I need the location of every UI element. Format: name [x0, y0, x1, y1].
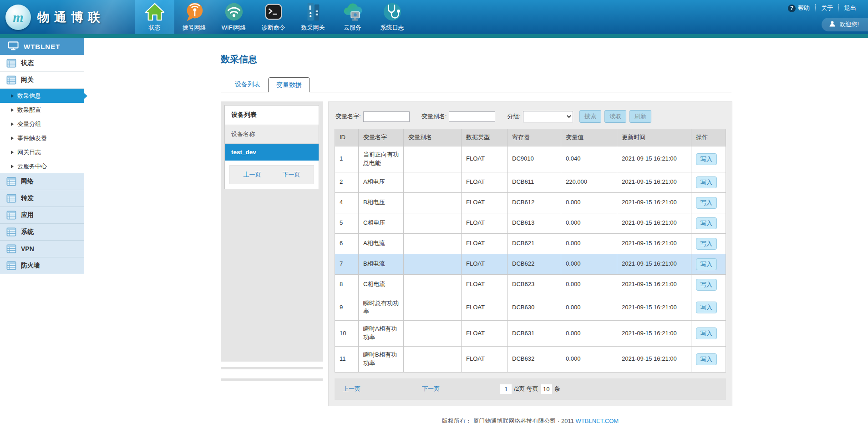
write-button[interactable]: 写入 — [696, 197, 717, 209]
group-select[interactable] — [523, 111, 573, 122]
cell-updated: 2021-09-15 16:21:00 — [617, 146, 691, 172]
nav-item-system-log[interactable]: 系统日志 — [372, 0, 412, 34]
write-button[interactable]: 写入 — [696, 258, 717, 270]
read-button[interactable]: 读取 — [604, 110, 626, 123]
sidebar-item-status[interactable]: 状态 — [0, 55, 84, 72]
write-button[interactable]: 写入 — [696, 279, 717, 291]
submenu-item-variable-group[interactable]: 变量分组 — [0, 117, 84, 131]
write-button[interactable]: 写入 — [696, 238, 717, 250]
cell-register: DCB631 — [508, 321, 561, 347]
table-row-selected[interactable]: 7 B相电流 FLOAT DCB622 0.000 2021-09-15 16:… — [335, 254, 726, 274]
next-page-link[interactable]: 下一页 — [422, 385, 440, 393]
help-icon: ? — [788, 5, 796, 12]
home-icon — [144, 1, 165, 22]
device-next-page-link[interactable]: 下一页 — [283, 171, 300, 179]
device-list-pagination: 上一页 下一页 — [229, 165, 314, 184]
write-button[interactable]: 写入 — [696, 217, 717, 229]
table-pagination: 上一页 下一页 /2页 每页 条 — [335, 378, 726, 400]
help-label: 帮助 — [798, 4, 810, 12]
nav-item-wifi-network[interactable]: WIFI网络 — [214, 0, 254, 34]
nav-item-diagnostic-command[interactable]: 诊断命令 — [254, 0, 293, 34]
header-links: ? 帮助 关于 退出 — [782, 4, 862, 12]
table-row[interactable]: 8 C相电流 FLOAT DCB623 0.000 2021-09-15 16:… — [335, 274, 726, 295]
cell-alias — [404, 233, 462, 254]
terminal-icon — [263, 1, 284, 22]
table-row[interactable]: 9 瞬时总有功功率 FLOAT DCB630 0.000 2021-09-15 … — [335, 295, 726, 321]
device-row-test-dev[interactable]: test_dev — [225, 144, 319, 161]
cell-value: 0.000 — [561, 321, 617, 347]
divider — [221, 378, 323, 381]
nav-label: 状态 — [149, 24, 161, 32]
sidebar-item-system[interactable]: 系统 — [0, 224, 84, 241]
logout-link[interactable]: 退出 — [838, 4, 862, 12]
nav-label: 系统日志 — [381, 24, 404, 32]
dialup-icon — [184, 1, 205, 22]
cell-action: 写入 — [691, 254, 726, 274]
write-button[interactable]: 写入 — [696, 176, 717, 188]
cell-alias — [404, 172, 462, 192]
main-menu: 状态 拨号网络 WIFI网络 诊断命令 数采网关 — [135, 0, 412, 34]
col-header-type: 数据类型 — [462, 129, 508, 146]
submenu-item-event-trigger[interactable]: 事件触发器 — [0, 131, 84, 145]
variable-alias-label: 变量别名: — [421, 112, 447, 121]
submenu-label: 事件触发器 — [17, 134, 47, 142]
sidebar-item-application[interactable]: 应用 — [0, 207, 84, 224]
cell-name: 瞬时B相有功功率 — [359, 346, 404, 372]
table-row[interactable]: 1 当前正向有功总电能 FLOAT DC9010 0.040 2021-09-1… — [335, 146, 726, 172]
help-link[interactable]: ? 帮助 — [782, 4, 815, 12]
table-row[interactable]: 4 B相电压 FLOAT DCB612 0.000 2021-09-15 16:… — [335, 192, 726, 213]
tab-variable-data[interactable]: 变量数据 — [268, 77, 310, 92]
variable-name-input[interactable] — [363, 111, 410, 122]
sidebar-item-network[interactable]: 网络 — [0, 173, 84, 190]
page-number-input[interactable] — [500, 384, 512, 394]
cell-register: DCB611 — [508, 172, 561, 192]
write-button[interactable]: 写入 — [696, 327, 717, 339]
nav-item-status[interactable]: 状态 — [135, 0, 174, 34]
sidebar-item-firewall[interactable]: 防火墙 — [0, 257, 84, 274]
nav-item-cloud-service[interactable]: 云服务 — [333, 0, 372, 34]
submenu-item-gateway-log[interactable]: 网关日志 — [0, 145, 84, 159]
caret-right-icon — [11, 136, 14, 140]
cell-updated: 2021-09-15 16:21:00 — [617, 233, 691, 254]
device-prev-page-link[interactable]: 上一页 — [244, 171, 261, 179]
logout-label: 退出 — [844, 4, 856, 12]
search-button[interactable]: 搜索 — [579, 110, 601, 123]
caret-right-icon — [11, 94, 14, 98]
user-icon — [829, 20, 836, 29]
caret-right-icon — [11, 122, 14, 126]
submenu-item-data-collection-info[interactable]: 数采信息 — [0, 89, 84, 103]
cell-register: DCB613 — [508, 213, 561, 233]
write-button[interactable]: 写入 — [696, 353, 717, 365]
cell-type: FLOAT — [462, 254, 508, 274]
about-link[interactable]: 关于 — [815, 4, 838, 12]
table-row[interactable]: 10 瞬时A相有功功率 FLOAT DCB631 0.000 2021-09-1… — [335, 321, 726, 347]
table-row[interactable]: 5 C相电压 FLOAT DCB613 0.000 2021-09-15 16:… — [335, 213, 726, 233]
page-size-input[interactable] — [541, 384, 552, 394]
table-row[interactable]: 6 A相电流 FLOAT DCB621 0.000 2021-09-15 16:… — [335, 233, 726, 254]
nav-item-dialup-network[interactable]: 拨号网络 — [174, 0, 214, 34]
wtblnet-link[interactable]: WTBLNET.COM — [576, 418, 619, 423]
sidebar-item-forwarding[interactable]: 转发 — [0, 190, 84, 207]
search-toolbar: 变量名字: 变量别名: 分组: 搜索 读取 刷新 — [335, 108, 726, 129]
refresh-button[interactable]: 刷新 — [629, 110, 651, 123]
submenu-item-data-collection-config[interactable]: 数采配置 — [0, 103, 84, 117]
write-button[interactable]: 写入 — [696, 153, 717, 165]
sidebar-item-gateway[interactable]: 网关 — [0, 72, 84, 89]
tab-device-list[interactable]: 设备列表 — [227, 77, 268, 92]
copyright-year: · 2011 — [558, 418, 574, 423]
prev-page-link[interactable]: 上一页 — [343, 385, 360, 393]
variable-alias-input[interactable] — [449, 111, 495, 122]
sidebar-item-vpn[interactable]: VPN — [0, 241, 84, 257]
cell-id: 11 — [335, 346, 359, 372]
submenu-item-cloud-service-center[interactable]: 云服务中心 — [0, 159, 84, 173]
cell-updated: 2021-09-15 16:21:00 — [617, 321, 691, 347]
table-row[interactable]: 2 A相电压 FLOAT DCB611 220.000 2021-09-15 1… — [335, 172, 726, 192]
cell-id: 8 — [335, 274, 359, 295]
sidebar-item-label: 网关 — [21, 76, 34, 84]
write-button[interactable]: 写入 — [696, 302, 717, 313]
table-row[interactable]: 11 瞬时B相有功功率 FLOAT DCB632 0.000 2021-09-1… — [335, 346, 726, 372]
col-header-action: 操作 — [691, 129, 726, 146]
nav-item-data-gateway[interactable]: 数采网关 — [293, 0, 333, 34]
cell-name: 瞬时A相有功功率 — [359, 321, 404, 347]
list-icon — [6, 177, 16, 186]
